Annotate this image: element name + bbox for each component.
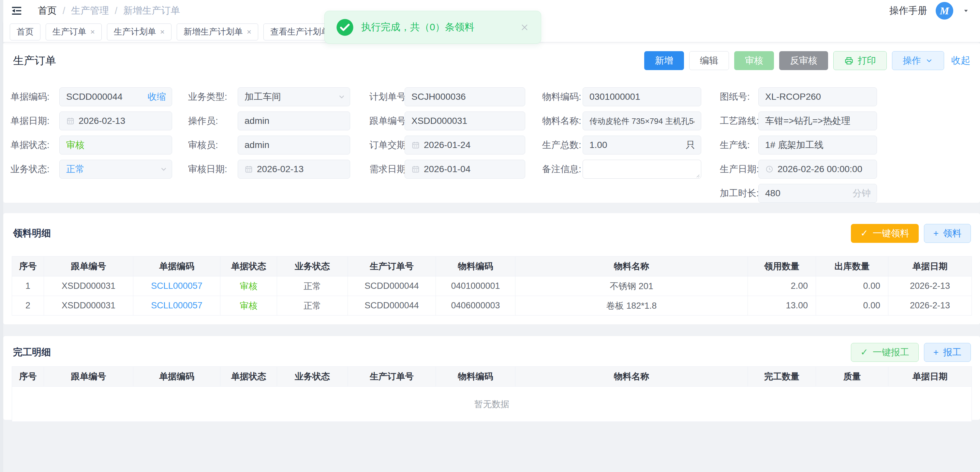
column-header: 单据编码 bbox=[133, 367, 220, 386]
tab-label: 新增生产计划单 bbox=[183, 26, 243, 38]
tab-item[interactable]: 新增生产计划单× bbox=[177, 24, 258, 40]
column-header: 单据编码 bbox=[133, 256, 220, 277]
page-title: 生产订单 bbox=[13, 54, 56, 68]
document-link[interactable]: SCLL000057 bbox=[133, 296, 220, 316]
caret-down-icon[interactable] bbox=[962, 6, 970, 15]
column-header: 物料编码 bbox=[436, 256, 515, 277]
breadcrumb-item[interactable]: 首页 bbox=[38, 4, 57, 17]
column-header: 物料名称 bbox=[515, 367, 748, 386]
form-field: 物料编码:0301000001 bbox=[542, 87, 720, 106]
field-input: 0301000001 bbox=[582, 87, 701, 106]
empty-placeholder: 暂无数据 bbox=[12, 386, 972, 422]
table-cell: 正常 bbox=[277, 277, 348, 296]
batch-requisition-button[interactable]: ✓ 一键领料 bbox=[851, 224, 918, 243]
field-value: 正常 bbox=[66, 163, 84, 175]
print-button[interactable]: 打印 bbox=[833, 51, 887, 70]
field-unit-suffix: 分钟 bbox=[851, 187, 871, 200]
column-header: 单据日期 bbox=[888, 367, 972, 386]
order-form: 单据编码:SCDD000044收缩业务类型:加工车间计划单号:SCJH00003… bbox=[10, 87, 902, 203]
column-header: 物料名称 bbox=[515, 256, 748, 277]
close-icon[interactable] bbox=[519, 22, 530, 33]
finish-buttons: ✓ 一键报工 + 报工 bbox=[851, 343, 971, 362]
tab-item[interactable]: 首页 bbox=[10, 24, 40, 40]
field-textarea[interactable] bbox=[582, 160, 701, 179]
field-label: 单据编码: bbox=[10, 91, 59, 103]
field-label: 审核日期: bbox=[188, 163, 238, 175]
field-unit-suffix: 只 bbox=[684, 139, 695, 151]
field-label: 审核员: bbox=[188, 139, 238, 151]
tab-label: 生产订单 bbox=[52, 26, 86, 38]
field-input: 1.00只 bbox=[582, 136, 701, 154]
column-header: 序号 bbox=[12, 367, 44, 386]
field-input: 传动皮轮件 735×794 主机孔54 bbox=[582, 111, 701, 130]
form-field: 跟单编号:XSDD000031 bbox=[369, 111, 542, 130]
audit-button[interactable]: 审核 bbox=[734, 51, 774, 70]
field-value: admin bbox=[245, 140, 269, 150]
add-report-label: 报工 bbox=[943, 346, 961, 359]
field-value: XSDD000031 bbox=[411, 116, 467, 126]
manual-link[interactable]: 操作手册 bbox=[889, 4, 927, 17]
field-label: 业务类型: bbox=[188, 91, 238, 103]
breadcrumb-separator: / bbox=[63, 6, 65, 16]
material-card: 领料明细 ✓ 一键领料 + 领料 序号跟单编号单据编码单据状态业务状态生产订单号… bbox=[3, 213, 980, 324]
tab-close-icon[interactable]: × bbox=[247, 27, 251, 37]
breadcrumb-item[interactable]: 生产管理 bbox=[71, 4, 109, 17]
tab-item[interactable]: 生产订单× bbox=[46, 24, 102, 40]
batch-report-button[interactable]: ✓ 一键报工 bbox=[851, 343, 918, 362]
table-cell: 1 bbox=[12, 277, 44, 296]
tab-label: 查看生产计划单 bbox=[270, 26, 329, 38]
resize-handle-icon[interactable] bbox=[694, 172, 700, 178]
form-field: 审核日期:2026-02-13 bbox=[188, 160, 369, 179]
field-value: 2026-01-04 bbox=[424, 164, 471, 175]
edit-button[interactable]: 编辑 bbox=[689, 51, 729, 70]
material-buttons: ✓ 一键领料 + 领料 bbox=[851, 224, 971, 243]
field-select[interactable]: 加工车间 bbox=[238, 87, 350, 106]
field-input: 审核 bbox=[59, 136, 172, 154]
material-title: 领料明细 bbox=[13, 227, 51, 240]
tab-close-icon[interactable]: × bbox=[160, 27, 165, 37]
field-label: 单据日期: bbox=[10, 115, 59, 127]
toast-success: 执行完成，共（0）条领料 bbox=[325, 11, 541, 44]
column-header: 跟单编号 bbox=[44, 367, 133, 386]
field-input: 480分钟 bbox=[758, 184, 877, 203]
table-cell: SCDD000044 bbox=[348, 296, 436, 316]
chevron-down-icon bbox=[925, 56, 933, 65]
field-value: XL-RCOP260 bbox=[765, 92, 821, 102]
status-badge: 审核 bbox=[220, 296, 277, 316]
finish-header: 完工明细 ✓ 一键报工 + 报工 bbox=[13, 339, 971, 366]
more-actions-button[interactable]: 操作 bbox=[892, 51, 944, 70]
field-label: 需求日期: bbox=[369, 163, 404, 175]
tab-close-icon[interactable]: × bbox=[90, 27, 95, 37]
add-report-button[interactable]: + 报工 bbox=[924, 343, 971, 362]
toast-message: 执行完成，共（0）条领料 bbox=[361, 21, 512, 34]
plus-icon: + bbox=[933, 229, 939, 238]
menu-fold-icon[interactable] bbox=[10, 5, 23, 17]
tab-item[interactable]: 生产计划单× bbox=[107, 24, 172, 40]
field-select[interactable]: 正常 bbox=[59, 160, 172, 179]
table-cell: SCDD000044 bbox=[348, 277, 436, 296]
add-button[interactable]: 新增 bbox=[644, 51, 684, 70]
field-input: admin bbox=[238, 136, 350, 154]
column-header: 业务状态 bbox=[277, 367, 348, 386]
printer-icon bbox=[844, 56, 854, 65]
column-header: 质量 bbox=[816, 367, 888, 386]
field-label: 业务状态: bbox=[10, 163, 59, 175]
column-header: 物料编码 bbox=[436, 367, 515, 386]
clock-icon bbox=[765, 165, 774, 173]
column-header: 单据状态 bbox=[220, 256, 277, 277]
field-collapse-link[interactable]: 收缩 bbox=[146, 91, 166, 103]
field-value: SCDD000044 bbox=[66, 92, 123, 102]
column-header: 业务状态 bbox=[277, 256, 348, 277]
column-header: 单据日期 bbox=[888, 256, 972, 277]
material-header: 领料明细 ✓ 一键领料 + 领料 bbox=[13, 221, 971, 246]
add-requisition-button[interactable]: + 领料 bbox=[924, 224, 971, 243]
field-label: 单据状态: bbox=[10, 139, 59, 151]
collapse-panel-link[interactable]: 收起 bbox=[951, 54, 970, 67]
unaudit-button[interactable]: 反审核 bbox=[779, 51, 828, 70]
avatar[interactable]: M bbox=[935, 2, 953, 19]
document-link[interactable]: SCLL000057 bbox=[133, 277, 220, 296]
topbar-right: 操作手册 M bbox=[889, 2, 970, 19]
chevron-down-icon bbox=[337, 92, 346, 101]
table-cell: 0406000003 bbox=[436, 296, 515, 316]
calendar-icon bbox=[66, 117, 75, 125]
